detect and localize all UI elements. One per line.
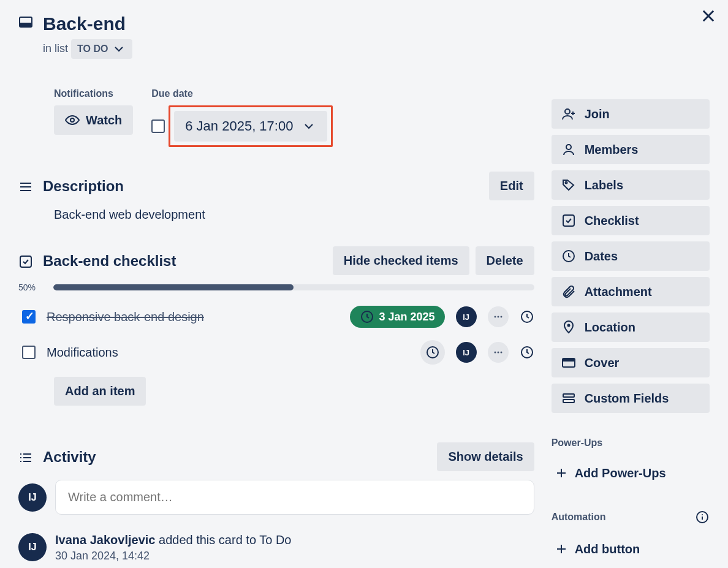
svg-point-27: [565, 182, 567, 184]
add-checklist-item-button[interactable]: Add an item: [54, 377, 146, 406]
activity-action: added this card to To Do: [155, 533, 291, 547]
checklist-item-assignee[interactable]: IJ: [456, 306, 477, 327]
due-date-label: Due date: [151, 88, 333, 99]
checklist-icon: [561, 213, 576, 228]
checklist-item-text[interactable]: Responsive back-end design: [47, 310, 204, 324]
svg-point-2: [70, 118, 74, 122]
show-details-button[interactable]: Show details: [437, 442, 534, 471]
comment-input[interactable]: [55, 480, 534, 515]
progress-percent: 50%: [18, 282, 46, 292]
location-button[interactable]: Location: [552, 312, 710, 342]
svg-point-23: [565, 109, 570, 114]
description-heading: Description: [43, 178, 489, 195]
checklist-item-checkbox[interactable]: [22, 310, 36, 324]
hide-checked-button[interactable]: Hide checked items: [333, 246, 469, 275]
eye-icon: [65, 113, 80, 127]
powerups-heading: Power-Ups: [552, 437, 710, 449]
due-date-highlight: 6 Jan 2025, 17:00: [169, 105, 333, 147]
checklist-item-assignee[interactable]: IJ: [456, 342, 477, 363]
info-icon[interactable]: [695, 510, 710, 524]
clock-icon: [561, 249, 576, 263]
add-powerups-button[interactable]: Add Power-Ups: [552, 461, 710, 485]
edit-description-button[interactable]: Edit: [489, 172, 534, 200]
card-icon: [18, 15, 33, 29]
plus-icon: [554, 542, 569, 556]
description-icon: [18, 180, 33, 194]
svg-point-26: [566, 145, 571, 150]
checklist-item[interactable]: Responsive back-end design 3 Jan 2025 IJ: [22, 300, 534, 334]
current-user-avatar: IJ: [18, 483, 47, 512]
checklist-item[interactable]: Modifications IJ: [22, 334, 534, 371]
checklist-item-date[interactable]: 3 Jan 2025: [350, 306, 445, 328]
svg-rect-33: [563, 394, 574, 397]
card-title[interactable]: Back-end: [43, 13, 534, 34]
svg-rect-28: [563, 215, 574, 226]
activity-heading: Activity: [43, 449, 437, 466]
due-date-button[interactable]: 6 Jan 2025, 17:00: [174, 111, 327, 142]
svg-rect-6: [20, 256, 31, 267]
checklist-button[interactable]: Checklist: [552, 206, 710, 235]
join-button[interactable]: Join: [552, 99, 710, 129]
list-selector[interactable]: TO DO: [71, 39, 132, 59]
due-complete-checkbox[interactable]: [151, 119, 165, 133]
svg-rect-34: [563, 399, 574, 403]
svg-point-14: [497, 352, 499, 354]
checklist-item-menu[interactable]: [488, 342, 509, 363]
checklist-item-text[interactable]: Modifications: [47, 346, 118, 360]
activity-timestamp: 30 Jan 2024, 14:42: [55, 550, 291, 562]
svg-point-30: [567, 324, 570, 327]
chevron-down-icon: [301, 119, 316, 134]
svg-rect-32: [563, 358, 575, 362]
activity-avatar: IJ: [18, 533, 47, 561]
in-list-label: in list TO DO: [43, 39, 534, 59]
cover-button[interactable]: Cover: [552, 348, 710, 377]
custom-fields-button[interactable]: Custom Fields: [552, 384, 710, 413]
clock-icon: [360, 309, 374, 324]
tag-icon: [561, 178, 576, 192]
location-icon: [561, 320, 576, 335]
progress-bar: [53, 284, 534, 290]
notifications-label: Notifications: [54, 88, 133, 99]
members-button[interactable]: Members: [552, 135, 710, 164]
assign-icon[interactable]: [520, 309, 534, 324]
custom-fields-icon: [561, 391, 576, 406]
svg-point-39: [702, 514, 703, 515]
checklist-icon: [18, 254, 33, 269]
activity-user-name[interactable]: Ivana Jakovljevic: [55, 533, 155, 547]
chevron-down-icon: [112, 42, 126, 56]
close-button[interactable]: [700, 7, 717, 28]
svg-point-15: [500, 352, 502, 354]
checklist-title[interactable]: Back-end checklist: [43, 252, 333, 270]
svg-point-10: [500, 316, 502, 318]
svg-rect-1: [20, 23, 32, 27]
svg-point-8: [494, 316, 496, 318]
assign-icon[interactable]: [520, 345, 534, 360]
clock-icon: [425, 345, 440, 360]
svg-point-9: [497, 316, 499, 318]
checklist-item-date-button[interactable]: [420, 340, 445, 365]
automation-heading: Automation: [552, 510, 710, 524]
description-text[interactable]: Back-end web development: [54, 208, 534, 222]
labels-button[interactable]: Labels: [552, 170, 710, 200]
cover-icon: [561, 355, 576, 370]
checklist-item-checkbox[interactable]: [22, 346, 36, 359]
attachment-button[interactable]: Attachment: [552, 277, 710, 306]
person-plus-icon: [561, 107, 576, 121]
watch-button[interactable]: Watch: [54, 105, 133, 135]
plus-icon: [554, 466, 569, 480]
add-automation-button[interactable]: Add button: [552, 537, 710, 561]
dates-button[interactable]: Dates: [552, 241, 710, 271]
activity-entry: IJ Ivana Jakovljevic added this card to …: [18, 533, 534, 562]
person-icon: [561, 142, 576, 157]
paperclip-icon: [561, 284, 576, 299]
checklist-item-menu[interactable]: [488, 306, 509, 327]
activity-icon: [18, 450, 33, 465]
delete-checklist-button[interactable]: Delete: [476, 246, 534, 275]
svg-point-13: [494, 352, 496, 354]
